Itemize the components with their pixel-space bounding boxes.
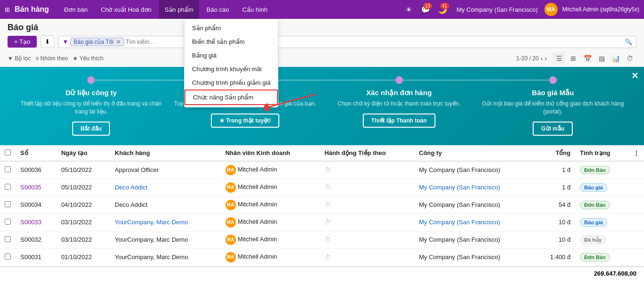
step-title-1: Dữ liệu công ty	[66, 89, 117, 97]
dropdown-bang-gia[interactable]: Bảng giá	[184, 49, 278, 62]
nav-cho-xuat[interactable]: Chờ xuất Hoá đơn	[95, 0, 157, 19]
row-checkbox-5[interactable]	[0, 248, 16, 266]
row-tong-0: 1 đ	[535, 161, 576, 179]
row-more-3[interactable]	[628, 213, 644, 231]
step-btn-3[interactable]: Thiết lập Thanh toán	[363, 114, 435, 128]
col-hanh-dong[interactable]: Hành động Tiếp theo	[320, 146, 414, 161]
page-info: 1-20 / 20 ‹ › ☰ ⊞ 📅 ▤ 📊 ⏱	[516, 52, 636, 65]
calendar-view-button[interactable]: 📅	[581, 52, 594, 65]
row-khach-3[interactable]: YourCompany, Marc Demo	[110, 213, 220, 231]
app-grid-icon[interactable]: ⊞	[5, 6, 10, 13]
dropdown-san-pham[interactable]: Sản phẩm	[184, 21, 278, 35]
row-checkbox-1[interactable]	[0, 179, 16, 196]
list-view-button[interactable]: ☰	[552, 52, 566, 65]
chat-badge: 13	[423, 3, 432, 9]
nav-cau-hinh[interactable]: Cấu hình	[236, 0, 273, 19]
row-hanh-dong-3[interactable]: ⏱	[320, 213, 414, 231]
data-table: Số Ngày tạo Khách hàng Nhân viên Kinh do…	[0, 145, 644, 294]
row-so-3[interactable]: S00033	[16, 213, 57, 231]
row-hanh-dong-1[interactable]: ⏱	[320, 179, 414, 196]
row-more-4[interactable]	[628, 231, 644, 248]
step-btn-2[interactable]: ★ Trong thật tuyệt!	[211, 114, 280, 128]
product-dropdown-menu: Sản phẩm Biến thể sản phẩm Bảng giá Chươ…	[184, 19, 278, 107]
row-status-0: Đơn Bán	[575, 161, 628, 179]
search-icon[interactable]: 🔍	[625, 38, 632, 45]
table-row: S00032 03/10/2022 YourCompany, Marc Demo…	[0, 231, 644, 248]
clock-icon-2: ⏱	[325, 201, 331, 208]
row-more-2[interactable]	[628, 196, 644, 213]
row-hanh-dong-2[interactable]: ⏱	[320, 196, 414, 213]
row-status-1: Báo giá	[575, 179, 628, 196]
row-more-0[interactable]	[628, 161, 644, 179]
clock-icon-3: ⏱	[325, 219, 331, 226]
table-view-button[interactable]: ▤	[595, 52, 608, 65]
filter-tag[interactable]: Báo giá của Tôi ✕	[70, 38, 124, 46]
dropdown-bien-the[interactable]: Biến thể sản phẩm	[184, 35, 278, 49]
row-status-5: Đơn Bán	[575, 248, 628, 266]
row-hanh-dong-4[interactable]: ⏱	[320, 231, 414, 248]
page-header: Báo giá	[0, 19, 644, 33]
row-checkbox-0[interactable]	[0, 161, 16, 179]
step-btn-4[interactable]: Gửi mẫu	[533, 122, 573, 136]
dropdown-khuyen-mai[interactable]: Chương trình khuyến mãi	[184, 62, 278, 76]
grid-view-button[interactable]: ⊞	[567, 52, 580, 65]
col-tinh-trang[interactable]: Tình trạng	[575, 146, 628, 161]
col-ngay[interactable]: Ngày tạo	[57, 146, 110, 161]
col-more[interactable]: ⋮	[628, 146, 644, 161]
company-name: My Company (San Francisco)	[457, 6, 538, 13]
row-tong-1: 1 đ	[535, 179, 576, 196]
col-nv[interactable]: Nhân viên Kinh doanh	[221, 146, 320, 161]
settings-view-button[interactable]: ⏱	[623, 52, 636, 65]
step-desc-4: Gửi một báo giá để kiểm thử cổng giao dị…	[481, 100, 625, 116]
chart-view-button[interactable]: 📊	[609, 52, 622, 65]
select-all-header[interactable]	[0, 146, 16, 161]
page-content: Báo giá + Tạo ⬇ ▼ Báo giá của Tôi ✕ 🔍 ▼ …	[0, 19, 644, 294]
row-ngay-2: 04/10/2022	[57, 196, 110, 213]
col-khach[interactable]: Khách hàng	[110, 146, 220, 161]
row-nv-3: MAMitchell Admin	[221, 213, 320, 231]
dropdown-phieu-giam-gia[interactable]: Chương trình phiếu giảm giá	[184, 76, 278, 90]
row-status-2: Đơn Bán	[575, 196, 628, 213]
row-hanh-dong-5[interactable]: ⏱	[320, 248, 414, 266]
filter-bar: ▼ Bộ lọc ≡ Nhóm theo ★ Yêu thích 1-20 / …	[0, 51, 644, 67]
fav-button[interactable]: ★ Yêu thích	[73, 55, 103, 62]
filter-tag-close[interactable]: ✕	[116, 39, 121, 45]
sun-icon[interactable]: ☀	[401, 2, 416, 17]
col-tong[interactable]: Tổng	[535, 146, 576, 161]
row-checkbox-2[interactable]	[0, 196, 16, 213]
top-navigation: ⊞ Bán hàng Đơn bán Chờ xuất Hoá đơn Sản …	[0, 0, 644, 19]
step-title-3: Xác nhận đơn hàng	[366, 89, 432, 97]
col-cty[interactable]: Công ty	[414, 146, 535, 161]
row-ngay-5: 01/10/2022	[57, 248, 110, 266]
row-khach-1[interactable]: Deco Addict	[110, 179, 220, 196]
step-btn-1[interactable]: Bắt đầu	[72, 122, 110, 136]
avatar[interactable]: MA	[544, 3, 558, 16]
col-so[interactable]: Số	[16, 146, 57, 161]
row-cty-2: My Company (San Francisco)	[414, 196, 535, 213]
next-page-button[interactable]: ›	[544, 55, 547, 62]
nav-bao-cao[interactable]: Báo cáo	[201, 0, 235, 19]
promo-close-button[interactable]: ✕	[631, 71, 638, 81]
row-checkbox-4[interactable]	[0, 231, 16, 248]
row-so-1[interactable]: S00035	[16, 179, 57, 196]
row-khach-4: YourCompany, Marc Demo	[110, 231, 220, 248]
row-cty-1[interactable]: My Company (San Francisco)	[414, 179, 535, 196]
row-more-5[interactable]	[628, 248, 644, 266]
moon-icon[interactable]: 🌙 41	[435, 2, 450, 17]
row-status-4: Đã hủy	[575, 231, 628, 248]
download-button[interactable]: ⬇	[41, 35, 54, 48]
prev-page-button[interactable]: ‹	[541, 55, 543, 62]
row-checkbox-3[interactable]	[0, 213, 16, 231]
nav-don-ban[interactable]: Đơn bán	[59, 0, 93, 19]
row-hanh-dong-0[interactable]: ⏱	[320, 161, 414, 179]
nav-san-pham[interactable]: Sản phẩm	[159, 0, 199, 19]
row-more-1[interactable]	[628, 179, 644, 196]
filter-tag-label: Báo giá của Tôi	[74, 39, 114, 45]
create-button[interactable]: + Tạo	[8, 36, 37, 48]
row-cty-5: My Company (San Francisco)	[414, 248, 535, 266]
row-cty-3[interactable]: My Company (San Francisco)	[414, 213, 535, 231]
chat-icon[interactable]: 💬 13	[418, 2, 433, 17]
group-button[interactable]: ≡ Nhóm theo	[35, 55, 68, 62]
filter-button[interactable]: ▼ Bộ lọc	[8, 55, 31, 62]
dropdown-chuc-nang[interactable]: Chức năng Sản phẩm	[184, 90, 278, 105]
